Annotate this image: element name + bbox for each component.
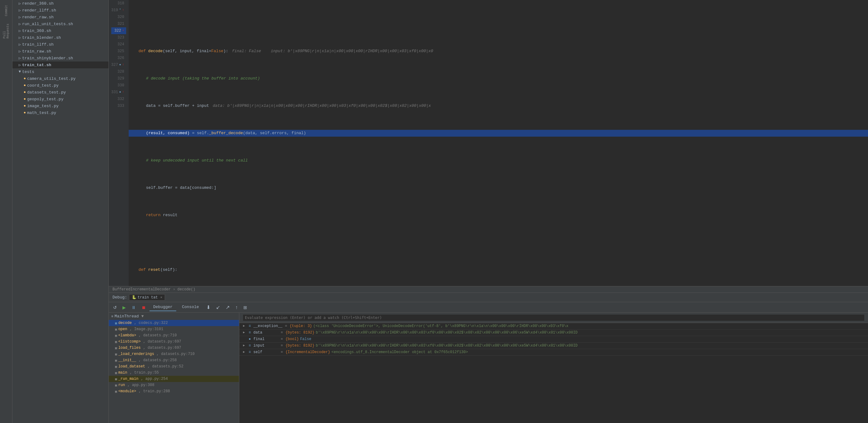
file-tree-item[interactable]: ▷ train_blender.sh: [12, 34, 108, 41]
stack-frame-decode[interactable]: ▣ decode , codecs.py:322: [109, 320, 239, 326]
stack-frame-listcomp[interactable]: ▣ <listcomp> , datasets.py:697: [109, 338, 239, 345]
frame-icon: ▣: [115, 346, 117, 350]
file-tree-item[interactable]: ● math_test.py: [12, 109, 108, 116]
file-tree-item-train-tat[interactable]: ▷ train_tat.sh: [12, 62, 108, 68]
file-py-icon: ●: [24, 104, 26, 108]
frame-icon: ▣: [115, 377, 117, 381]
folder-icon: ▼: [19, 70, 21, 74]
code-line-322: (result, consumed) = self._buffer_decode…: [129, 130, 868, 137]
variables-panel: ▶ ≡ __exception__ = {tuple: 3} (<class '…: [239, 313, 868, 423]
file-tree-item-tests-folder[interactable]: ▼ tests: [12, 68, 108, 75]
code-line-326: [129, 239, 868, 246]
thread-dropdown-icon: ▼: [142, 314, 144, 319]
file-tree-item[interactable]: ● coord_test.py: [12, 82, 108, 89]
file-tree-item[interactable]: ● image_test.py: [12, 102, 108, 109]
file-tree-item[interactable]: ● camera_utils_test.py: [12, 75, 108, 82]
stack-frame-module[interactable]: ▣ <module> , train.py:288: [109, 388, 239, 394]
stack-frame-main[interactable]: ▣ main , train.py:55: [109, 369, 239, 376]
stack-frame-load-files[interactable]: ▣ load_files , datasets.py:697: [109, 345, 239, 351]
code-line-323: # keep undecoded input until the next ca…: [129, 157, 868, 164]
file-py-icon: ●: [24, 83, 26, 88]
pause-button[interactable]: ⏸: [130, 304, 138, 311]
expand-icon[interactable]: ▶: [243, 344, 247, 347]
stack-frame-run-main[interactable]: ▣ _run_main , app.py:254: [109, 376, 239, 382]
file-sh-icon: ▷: [19, 29, 21, 33]
file-tree-item[interactable]: ▷ render_llff.sh: [12, 7, 108, 14]
frame-icon: ▣: [115, 389, 117, 393]
var-item-data[interactable]: ▶ ≡ data = {bytes: 8192} b'\x89PNG\r\n\x…: [239, 329, 868, 336]
thread-selector[interactable]: ≡ MainThread ▼: [109, 313, 239, 320]
step-into-button[interactable]: ↙: [214, 303, 222, 311]
file-tree-item[interactable]: ▷ render_360.sh: [12, 0, 108, 7]
eval-bar[interactable]: [239, 313, 868, 323]
frame-icon: ▣: [115, 358, 117, 362]
debug-tab-name[interactable]: 🐍 train tat ×: [129, 294, 165, 301]
stop-button[interactable]: ⏹: [140, 304, 148, 311]
var-item-exception[interactable]: ▶ ≡ __exception__ = {tuple: 3} (<class '…: [239, 323, 868, 329]
rerun-button[interactable]: ↺: [111, 304, 119, 311]
file-tree-item[interactable]: ▷ train_shinyblender.sh: [12, 55, 108, 62]
file-sh-icon: ▷: [19, 15, 21, 20]
file-tree-item[interactable]: ▷ train_raw.sh: [12, 48, 108, 55]
frame-icon: ▣: [115, 383, 117, 387]
file-tree-item[interactable]: ▷ train_360.sh: [12, 27, 108, 34]
show-execution-button[interactable]: ⊞: [242, 304, 249, 311]
file-sh-icon: ▷: [19, 42, 21, 47]
debug-title-label: Debug:: [113, 295, 127, 300]
stack-frames: ≡ MainThread ▼ ▣ decode , codecs.py:322 …: [109, 313, 239, 423]
frame-icon: ▣: [115, 321, 117, 325]
step-out-button[interactable]: ↗: [224, 303, 231, 311]
code-line-320: # decode input (taking the buffer into a…: [129, 75, 868, 82]
expand-icon[interactable]: ▶: [243, 330, 247, 334]
eval-input[interactable]: [243, 315, 864, 321]
file-py-icon: ●: [24, 97, 26, 101]
var-item-self[interactable]: ▶ ≡ self = {IncrementalDecoder} <encodin…: [239, 349, 868, 356]
var-item-input[interactable]: ▶ ≡ input = {bytes: 8192} b'\x89PNG\r\n\…: [239, 343, 868, 349]
file-sh-icon: ▷: [19, 49, 21, 54]
step-over-button[interactable]: ⬇: [205, 303, 212, 311]
line-numbers: 318 319 * ↑ 320 321 322 ⚡ 323: [109, 0, 129, 286]
file-py-icon: ●: [24, 110, 26, 115]
code-line-327: def reset(self):: [129, 266, 868, 273]
tab-debugger[interactable]: Debugger: [150, 303, 176, 311]
resume-button[interactable]: ▶: [121, 304, 128, 311]
run-cursor-button[interactable]: ↑: [234, 304, 240, 311]
expand-icon[interactable]: ▶: [243, 324, 247, 328]
file-py-icon: ●: [24, 90, 26, 94]
stack-frame-run[interactable]: ▣ run , app.py:308: [109, 382, 239, 388]
stack-frame-lambda[interactable]: ▣ <lambda> , datasets.py:710: [109, 332, 239, 338]
debug-tab-close-button[interactable]: ×: [160, 296, 162, 299]
file-sh-icon: ▷: [19, 56, 21, 61]
debug-main: ≡ MainThread ▼ ▣ decode , codecs.py:322 …: [109, 313, 868, 423]
stack-frame-load-dataset[interactable]: ▣ load_dataset , datasets.py:52: [109, 363, 239, 369]
stack-frame-load-renderings[interactable]: ▣ _load_renderings , datasets.py:710: [109, 351, 239, 357]
file-tree-panel: ▷ render_360.sh ▷ render_llff.sh ▷ rende…: [12, 0, 109, 423]
bool-icon: ●: [249, 337, 251, 341]
code-editor: 318 319 * ↑ 320 321 322 ⚡ 323: [109, 0, 868, 293]
stack-frame-init[interactable]: ▣ __init__ , datasets.py:258: [109, 357, 239, 363]
obj-icon: ≡: [249, 350, 251, 354]
file-tree-item[interactable]: ● geopoly_test.py: [12, 96, 108, 102]
file-sh-icon: ▷: [19, 22, 21, 26]
file-sh-icon: ▷: [19, 63, 21, 67]
file-tree-item[interactable]: ▷ train_llff.sh: [12, 41, 108, 48]
var-item-final[interactable]: ● final = {bool} False: [239, 336, 868, 343]
tab-console[interactable]: Console: [178, 303, 203, 311]
frame-icon: ▣: [115, 352, 117, 356]
thread-icon: ≡: [111, 315, 114, 318]
code-line-318: [129, 21, 868, 27]
file-tree-item[interactable]: ▷ run_all_unit_tests.sh: [12, 21, 108, 27]
stack-frame-open[interactable]: ▣ open , Image.py:3101: [109, 326, 239, 332]
sidebar-item-pull-requests[interactable]: Pull Requests: [0, 20, 12, 38]
expand-icon[interactable]: ▶: [243, 350, 247, 354]
code-area[interactable]: 318 319 * ↑ 320 321 322 ⚡ 323: [109, 0, 868, 286]
file-tree-item[interactable]: ▷ render_raw.sh: [12, 14, 108, 21]
sidebar-item-commit[interactable]: Commit: [0, 1, 12, 20]
file-sh-icon: ▷: [19, 8, 21, 13]
breadcrumb: BufferedIncrementalDecoder › decode(): [109, 286, 868, 293]
frame-icon: ▣: [115, 340, 117, 344]
file-sh-icon: ▷: [19, 1, 21, 6]
expand-icon: [243, 337, 247, 340]
file-tree-item[interactable]: ● datasets_test.py: [12, 89, 108, 96]
code-line-319: def decode(self, input, final=False): fi…: [129, 48, 868, 55]
